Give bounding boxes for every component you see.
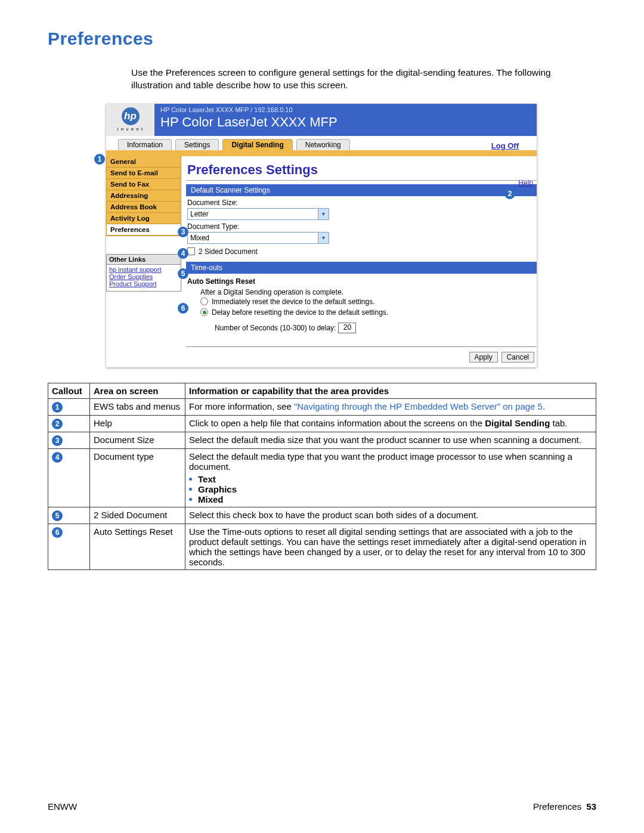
menu-address-book[interactable]: Address Book	[107, 202, 181, 213]
auto-settings-reset-title: Auto Settings Reset	[186, 274, 537, 288]
callout-badge-6: 6	[178, 303, 188, 314]
chevron-down-icon[interactable]: ▾	[318, 233, 329, 243]
page-title: Preferences	[48, 29, 596, 49]
footer-section: Preferences	[533, 801, 581, 812]
info-cell: Click to open a help file that contains …	[185, 415, 596, 432]
apply-button[interactable]: Apply	[469, 352, 498, 363]
info-cell: Select this check box to have the produc…	[185, 507, 596, 524]
tab-digital-sending[interactable]: Digital Sending	[222, 139, 292, 150]
th-callout: Callout	[48, 383, 90, 398]
table-row: 5 2 Sided Document Select this check box…	[48, 507, 596, 524]
table-row: 2 Help Click to open a help file that co…	[48, 415, 596, 432]
callout-num-5: 5	[52, 510, 63, 521]
two-sided-label: 2 Sided Document	[199, 247, 258, 256]
th-info: Information or capability that the area …	[185, 383, 596, 398]
menu-send-to-fax[interactable]: Send to Fax	[107, 179, 181, 190]
device-title: HP Color LaserJet XXXX MFP	[160, 114, 531, 130]
document-type-label: Document Type:	[187, 222, 535, 231]
callout-badge-2: 2	[504, 188, 515, 199]
table-row: 1 EWS tabs and menus For more informatio…	[48, 398, 596, 415]
area-cell: Auto Settings Reset	[90, 524, 185, 569]
delay-seconds-input[interactable]: 20	[338, 323, 356, 333]
tab-networking[interactable]: Networking	[296, 139, 350, 150]
callout-num-1: 1	[52, 402, 63, 413]
intro-text: Use the Preferences screen to configure …	[131, 67, 561, 92]
callout-num-6: 6	[52, 527, 63, 538]
ews-tabs: Information Settings Digital Sending Net…	[106, 137, 537, 150]
tab-settings[interactable]: Settings	[175, 139, 219, 150]
radio-immediate[interactable]	[200, 298, 208, 305]
menu-general[interactable]: General	[107, 156, 181, 168]
menu-preferences[interactable]: Preferences	[107, 224, 181, 236]
table-row: 3 Document Size Select the default media…	[48, 432, 596, 448]
side-menu: General Send to E-mail Send to Fax Addre…	[106, 156, 181, 236]
table-row: 6 Auto Settings Reset Use the Time-outs …	[48, 524, 596, 569]
section-timeouts: Time-outs	[186, 262, 537, 274]
menu-addressing[interactable]: Addressing	[107, 190, 181, 202]
link-instant-support[interactable]: hp instant support	[109, 266, 178, 273]
area-cell: Document Size	[90, 432, 185, 448]
callout-badge-4: 4	[178, 248, 188, 259]
document-size-select[interactable]: Letter ▾	[187, 208, 329, 220]
bullet-graphics: Graphics	[189, 484, 592, 494]
callout-badge-1: 1	[94, 154, 105, 165]
device-path: HP Color LaserJet XXXX MFP / 192.168.0.1…	[160, 106, 531, 113]
menu-activity-log[interactable]: Activity Log	[107, 213, 181, 224]
info-cell: Select the default media type that you w…	[185, 448, 596, 507]
area-cell: EWS tabs and menus	[90, 398, 185, 415]
document-size-value: Letter	[188, 210, 318, 218]
bullet-mixed: Mixed	[189, 494, 592, 504]
callout-num-3: 3	[52, 435, 63, 446]
document-type-value: Mixed	[188, 234, 318, 242]
tab-information[interactable]: Information	[118, 139, 172, 150]
page-footer: ENWW Preferences 53	[48, 801, 596, 812]
bullet-text: Text	[189, 474, 592, 484]
help-link[interactable]: Help	[518, 179, 533, 187]
info-cell: Select the default media size that you w…	[185, 432, 596, 448]
info-cell: Use the Time-outs options to reset all d…	[185, 524, 596, 569]
link-product-support[interactable]: Product Support	[109, 280, 178, 287]
document-type-select[interactable]: Mixed ▾	[187, 232, 329, 244]
info-cell: For more information, see "Navigating th…	[185, 398, 596, 415]
footer-left: ENWW	[48, 801, 77, 812]
area-cell: Help	[90, 415, 185, 432]
preferences-settings-title: Preferences Settings	[186, 159, 537, 179]
table-row: 4 Document type Select the default media…	[48, 448, 596, 507]
chevron-down-icon[interactable]: ▾	[318, 209, 329, 219]
radio-delay[interactable]	[200, 308, 208, 316]
hp-logo: hp i n v e n t	[106, 104, 154, 136]
other-links-box: Other Links hp instant support Order Sup…	[106, 254, 181, 292]
area-cell: Document type	[90, 448, 185, 507]
callout-badge-5: 5	[178, 268, 188, 279]
callout-table: Callout Area on screen Information or ca…	[48, 383, 596, 570]
document-size-label: Document Size:	[187, 199, 535, 207]
other-links-title: Other Links	[107, 255, 181, 265]
illustration: 1 2 3 4 5 6 hp i n v e n t HP Color Lase…	[106, 104, 537, 367]
callout-badge-3: 3	[178, 227, 188, 237]
nav-ews-link[interactable]: "Navigating through the HP Embedded Web …	[294, 401, 543, 411]
radio-immediate-label: Immediately reset the device to the defa…	[212, 298, 374, 306]
auto-settings-line: After a Digital Sending operation is com…	[200, 288, 535, 296]
two-sided-checkbox[interactable]	[187, 247, 195, 255]
callout-num-4: 4	[52, 452, 63, 463]
footer-page-number: 53	[586, 801, 596, 812]
link-order-supplies[interactable]: Order Supplies	[109, 273, 178, 280]
cancel-button[interactable]: Cancel	[501, 352, 534, 363]
logo-subtext: i n v e n t	[117, 126, 143, 132]
menu-send-to-email[interactable]: Send to E-mail	[107, 168, 181, 179]
log-off-link[interactable]: Log Off	[491, 141, 519, 150]
radio-delay-label: Delay before resetting the device to the…	[212, 308, 388, 317]
callout-num-2: 2	[52, 419, 63, 429]
th-area: Area on screen	[90, 383, 185, 398]
area-cell: 2 Sided Document	[90, 507, 185, 524]
delay-label: Number of Seconds (10-300) to delay:	[215, 324, 336, 332]
section-default-scanner: Default Scanner Settings	[186, 184, 537, 196]
